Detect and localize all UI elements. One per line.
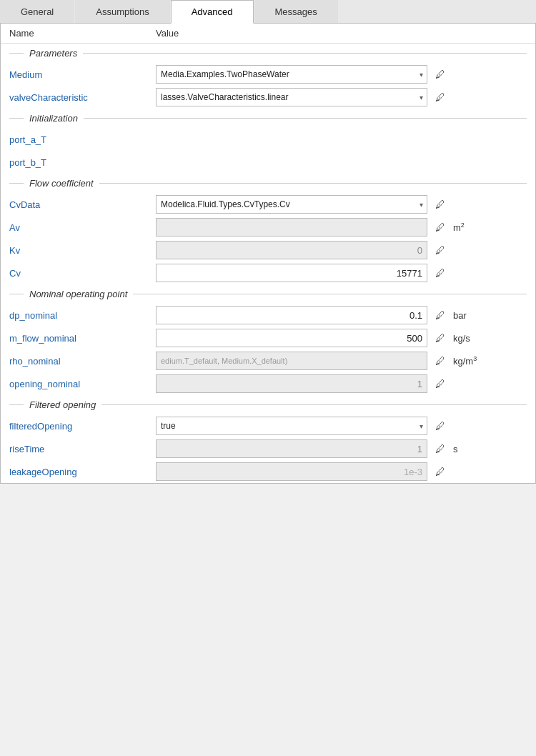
av-name: Av (9, 222, 156, 233)
kv-value-area: 🖊 (156, 241, 527, 259)
leakage-opening-row: leakageOpening 🖊 (1, 460, 535, 483)
rise-time-unit: s (453, 444, 482, 454)
tab-advanced[interactable]: Advanced (171, 0, 254, 24)
section-line-left-2 (9, 118, 24, 119)
port-b-t-row: port_b_T (1, 151, 535, 174)
tab-messages[interactable]: Messages (254, 0, 338, 23)
rho-nominal-unit: kg/m3 (453, 355, 482, 367)
av-input[interactable] (156, 218, 427, 237)
cv-name: Cv (9, 268, 156, 279)
opening-nominal-name: opening_nominal (9, 379, 156, 389)
dp-nominal-input[interactable] (156, 306, 427, 324)
name-column-header: Name (9, 28, 156, 39)
rise-time-value-area: 🖊 s (156, 439, 527, 458)
rho-nominal-value-area: 🖊 kg/m3 (156, 352, 527, 370)
dp-nominal-value-area: 🖊 bar (156, 306, 527, 324)
cvdata-name: CvData (9, 199, 156, 210)
rise-time-name: riseTime (9, 444, 156, 454)
filtered-opening-select[interactable]: true false (156, 417, 427, 435)
port-a-t-row: port_a_T (1, 128, 535, 151)
medium-name: Medium (9, 69, 156, 80)
filtered-opening-label: Filtered opening (24, 399, 101, 410)
value-column-header: Value (156, 28, 179, 39)
section-line-right-4 (133, 294, 527, 294)
valve-characteristic-name: valveCharacteristic (9, 92, 156, 103)
cv-edit-icon[interactable]: 🖊 (432, 264, 449, 282)
tab-assumptions[interactable]: Assumptions (75, 0, 169, 23)
parameters-label: Parameters (24, 48, 83, 59)
rise-time-input[interactable] (156, 439, 427, 458)
m-flow-nominal-name: m_flow_nominal (9, 333, 156, 344)
port-b-t-name[interactable]: port_b_T (9, 157, 156, 168)
section-line-right-3 (99, 183, 527, 184)
section-line-left-4 (9, 294, 24, 294)
tab-bar: General Assumptions Advanced Messages (0, 0, 536, 24)
kv-edit-icon[interactable]: 🖊 (432, 242, 449, 259)
dp-nominal-edit-icon[interactable]: 🖊 (432, 307, 449, 324)
filtered-opening-edit-icon[interactable]: 🖊 (432, 417, 449, 434)
valve-characteristic-value-area: lasses.ValveCharacteristics.linear ▾ 🖊 (156, 88, 527, 106)
filtered-opening-name: filteredOpening (9, 421, 156, 432)
column-headers: Name Value (1, 24, 535, 44)
av-unit: m2 (453, 222, 482, 233)
opening-nominal-row: opening_nominal 🖊 (1, 372, 535, 395)
m-flow-nominal-edit-icon[interactable]: 🖊 (432, 329, 449, 347)
rho-nominal-row: rho_nominal 🖊 kg/m3 (1, 349, 535, 372)
filtered-opening-select-wrapper: true false ▾ (156, 417, 427, 435)
cvdata-select[interactable]: Modelica.Fluid.Types.CvTypes.Cv (156, 195, 427, 214)
opening-nominal-value-area: 🖊 (156, 374, 527, 393)
valve-characteristic-row: valveCharacteristic lasses.ValveCharacte… (1, 86, 535, 109)
cv-value-area: 🖊 (156, 264, 527, 282)
rise-time-row: riseTime 🖊 s (1, 437, 535, 460)
m-flow-nominal-row: m_flow_nominal 🖊 kg/s (1, 327, 535, 349)
leakage-opening-name: leakageOpening (9, 467, 156, 477)
rho-nominal-edit-icon[interactable]: 🖊 (432, 352, 449, 369)
leakage-opening-value-area: 🖊 (156, 462, 527, 481)
filtered-opening-value-area: true false ▾ 🖊 (156, 417, 527, 435)
valve-characteristic-edit-icon[interactable]: 🖊 (432, 89, 449, 106)
initialization-label: Initialization (24, 113, 84, 124)
filtered-opening-row: filteredOpening true false ▾ 🖊 (1, 414, 535, 437)
opening-nominal-input[interactable] (156, 374, 427, 393)
rho-nominal-name: rho_nominal (9, 356, 156, 367)
section-line-right-2 (84, 118, 527, 119)
valve-characteristic-select[interactable]: lasses.ValveCharacteristics.linear (156, 88, 427, 106)
av-edit-icon[interactable]: 🖊 (432, 219, 449, 236)
av-row: Av 🖊 m2 (1, 216, 535, 239)
m-flow-nominal-value-area: 🖊 kg/s (156, 329, 527, 347)
cv-row: Cv 🖊 (1, 262, 535, 284)
rho-nominal-input[interactable] (156, 352, 427, 370)
cvdata-row: CvData Modelica.Fluid.Types.CvTypes.Cv ▾… (1, 193, 535, 216)
medium-edit-icon[interactable]: 🖊 (432, 66, 449, 83)
rise-time-edit-icon[interactable]: 🖊 (432, 440, 449, 457)
section-line-right-5 (101, 404, 527, 405)
parameters-section-header: Parameters (1, 44, 535, 63)
opening-nominal-edit-icon[interactable]: 🖊 (432, 375, 449, 392)
tab-general[interactable]: General (0, 0, 74, 23)
cvdata-edit-icon[interactable]: 🖊 (432, 196, 449, 213)
cv-input[interactable] (156, 264, 427, 282)
dp-nominal-row: dp_nominal 🖊 bar (1, 304, 535, 327)
dp-nominal-unit: bar (453, 310, 482, 321)
flow-coefficient-section-header: Flow coefficient (1, 174, 535, 193)
flow-coefficient-label: Flow coefficient (24, 178, 99, 189)
kv-input[interactable] (156, 241, 427, 259)
m-flow-nominal-input[interactable] (156, 329, 427, 347)
leakage-opening-input[interactable] (156, 462, 427, 481)
m-flow-nominal-unit: kg/s (453, 333, 482, 344)
section-line-right (83, 53, 527, 54)
main-content: Name Value Parameters Medium Media.Examp… (0, 24, 536, 484)
av-value-area: 🖊 m2 (156, 218, 527, 237)
nominal-label: Nominal operating point (24, 289, 133, 299)
nominal-section-header: Nominal operating point (1, 284, 535, 304)
section-line-left (9, 53, 24, 54)
dp-nominal-name: dp_nominal (9, 310, 156, 321)
kv-row: Kv 🖊 (1, 239, 535, 262)
medium-select[interactable]: Media.Examples.TwoPhaseWater (156, 65, 427, 84)
leakage-opening-edit-icon[interactable]: 🖊 (432, 463, 449, 480)
filtered-opening-section-header: Filtered opening (1, 395, 535, 414)
kv-name: Kv (9, 245, 156, 256)
port-a-t-name[interactable]: port_a_T (9, 134, 156, 145)
valve-characteristic-select-wrapper: lasses.ValveCharacteristics.linear ▾ (156, 88, 427, 106)
initialization-section-header: Initialization (1, 109, 535, 128)
